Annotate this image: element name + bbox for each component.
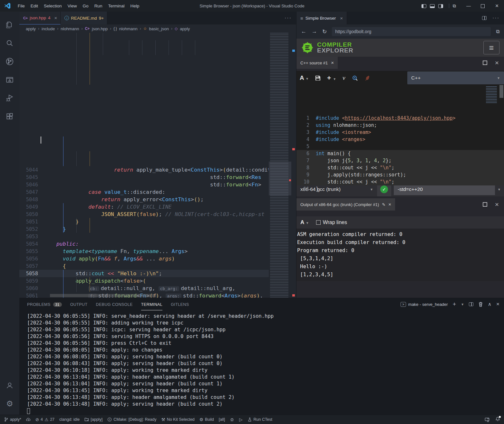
font-size-icon[interactable]: A ▼ <box>300 74 309 81</box>
close-pane-icon[interactable]: × <box>495 202 499 207</box>
close-tab-icon[interactable]: × <box>340 15 343 21</box>
crumb-json-hpp[interactable]: json.hpp <box>92 26 108 31</box>
publish-changes-item[interactable] <box>26 417 31 422</box>
terminal-output[interactable]: [2022-04-30 06:05:55] INFO: serve_header… <box>19 310 504 415</box>
close-window-icon[interactable]: × <box>490 3 504 9</box>
edit-icon[interactable]: ✎ <box>382 202 385 207</box>
menu-edit[interactable]: Edit <box>28 2 41 10</box>
tab-gitlens[interactable]: GITLENS <box>171 298 189 310</box>
menu-run[interactable]: Run <box>92 2 105 10</box>
code-line: 11} <box>296 185 504 193</box>
cpp-file-icon: C+ <box>85 26 90 31</box>
horizontal-scrollbar[interactable] <box>50 294 156 297</box>
git-branch-item[interactable]: apply* <box>4 417 21 422</box>
compiler-explorer-wordmark[interactable]: COMPILER EXPLORER <box>317 42 354 53</box>
minimap[interactable] <box>269 33 291 298</box>
menu-selection[interactable]: Selection <box>41 2 65 10</box>
cmake-tools-icon[interactable] <box>2 72 17 87</box>
launch-item[interactable]: ▷ <box>239 417 242 422</box>
url-input[interactable]: https://godbolt.org <box>332 27 491 36</box>
minimize-icon[interactable]: — <box>461 3 476 8</box>
scrollbar-thumb[interactable] <box>499 85 503 98</box>
close-icon[interactable]: × <box>331 61 334 65</box>
menu-view[interactable]: View <box>65 2 80 10</box>
add-pane-icon[interactable]: + ▼ <box>327 74 336 82</box>
tab-simple-browser[interactable]: ≡ Simple Browser × <box>296 12 347 24</box>
reload-icon[interactable]: ↻ <box>322 28 327 35</box>
maximize-pane-icon[interactable] <box>483 202 487 207</box>
run-debug-icon[interactable] <box>2 91 17 106</box>
code-editor[interactable]: 5044 return apply_make_tuple<ConstThis>(… <box>19 33 296 298</box>
tab-json-hpp[interactable]: C+ json.hpp 4 × <box>19 12 61 24</box>
clangd-status-item[interactable]: clangd: idle <box>59 417 80 422</box>
problems-item[interactable]: ⊘4 ⚠27 <box>35 417 54 422</box>
cmake-status-item[interactable]: CMake: [Debug]: Ready <box>107 417 156 422</box>
menu-help[interactable]: Help <box>127 2 142 10</box>
open-external-icon[interactable]: ⧉ <box>496 29 499 34</box>
more-actions-icon[interactable]: ··· <box>492 15 499 21</box>
menu-go[interactable]: Go <box>80 2 92 10</box>
build-target-item[interactable]: [all] <box>219 417 225 422</box>
output-pane-title[interactable]: Output of x86-64 gcc (trunk) (Compiler #… <box>296 198 395 211</box>
cmake-folder-item[interactable]: [apply] <box>84 417 102 422</box>
account-icon[interactable] <box>2 378 17 393</box>
split-terminal-icon[interactable] <box>469 302 473 306</box>
tab-output[interactable]: OUTPUT <box>70 298 88 310</box>
split-editor-icon[interactable] <box>482 16 487 20</box>
maximize-panel-icon[interactable]: ∧ <box>488 301 491 307</box>
code-line: 9 j.apply(std::ranges::sort); <box>296 171 504 178</box>
ctest-item[interactable]: Run CTest <box>247 417 272 422</box>
crumb-basic-json[interactable]: basic_json <box>149 26 169 31</box>
remote-explorer-icon[interactable] <box>485 417 489 422</box>
crumb-include[interactable]: include <box>42 26 55 31</box>
new-terminal-icon[interactable]: + <box>453 301 456 308</box>
close-pane-icon[interactable]: × <box>495 61 499 65</box>
crumb-method-apply[interactable]: apply <box>180 26 190 31</box>
font-size-icon[interactable]: A ▼ <box>300 219 309 226</box>
editor-more-actions-icon[interactable]: ··· <box>285 12 296 24</box>
minimap-slider[interactable] <box>269 162 291 195</box>
source-tab[interactable]: C++ source #1 × <box>296 57 338 69</box>
notifications-bell-icon[interactable] <box>495 417 500 422</box>
terminal-dropdown-icon[interactable]: ▼ <box>461 303 464 306</box>
kit-item[interactable]: ⚒ No Kit Selected <box>161 417 195 422</box>
code-line: 5 <box>296 143 504 150</box>
search-icon[interactable] <box>2 36 17 51</box>
build-item[interactable]: ⚙ Build <box>199 417 214 422</box>
back-icon[interactable]: ← <box>301 28 306 35</box>
source-control-icon[interactable] <box>2 54 17 69</box>
tab-readme-md[interactable]: i README.md 9+ <box>61 12 107 24</box>
close-panel-icon[interactable]: × <box>496 301 499 307</box>
tab-problems[interactable]: PROBLEMS 31 <box>27 298 62 310</box>
crumb-nlohmann[interactable]: nlohmann <box>61 26 79 31</box>
toggle-secondary-sidebar-icon[interactable] <box>433 3 448 8</box>
explorer-icon[interactable] <box>2 17 17 32</box>
tab-terminal[interactable]: TERMINAL <box>141 298 162 310</box>
forward-icon[interactable]: → <box>312 28 317 35</box>
cpp-insights-icon[interactable] <box>364 75 370 81</box>
hamburger-menu-icon[interactable]: ≡ <box>483 41 499 54</box>
kill-terminal-icon[interactable] <box>478 302 483 307</box>
save-icon[interactable] <box>315 75 321 81</box>
menu-file[interactable]: File <box>15 2 28 10</box>
close-tab-icon[interactable]: × <box>54 15 57 21</box>
crumb-namespace-nlohmann[interactable]: nlohmann <box>119 26 138 31</box>
editor-group-browser: ≡ Simple Browser × ··· ← → ↻ https://god… <box>296 12 504 298</box>
crumb-apply[interactable]: apply <box>26 26 36 31</box>
close-icon[interactable]: × <box>388 202 391 207</box>
quick-bench-icon[interactable] <box>352 75 358 81</box>
tab-debug-console[interactable]: DEBUG CONSOLE <box>96 298 133 310</box>
code-lines[interactable]: 5044 return apply_make_tuple<ConstThis>(… <box>19 33 269 298</box>
maximize-pane-icon[interactable] <box>483 61 487 65</box>
settings-gear-icon[interactable]: ⚙ <box>2 396 17 411</box>
terminal-session[interactable]: > make - serve_header <box>401 302 448 307</box>
maximize-icon[interactable] <box>476 3 490 8</box>
customize-layout-icon[interactable]: ⧉ <box>447 3 461 9</box>
wrap-lines-checkbox[interactable]: Wrap lines <box>316 220 347 225</box>
debug-item[interactable] <box>230 417 234 422</box>
godbolt-source-code[interactable]: 1#include <https://localhost:8443/apply/… <box>296 85 504 167</box>
language-select[interactable]: C++ ▼ <box>407 71 504 84</box>
vim-mode-icon[interactable]: v <box>343 74 345 81</box>
menu-terminal[interactable]: Terminal <box>105 2 127 10</box>
extensions-icon[interactable] <box>2 109 17 124</box>
